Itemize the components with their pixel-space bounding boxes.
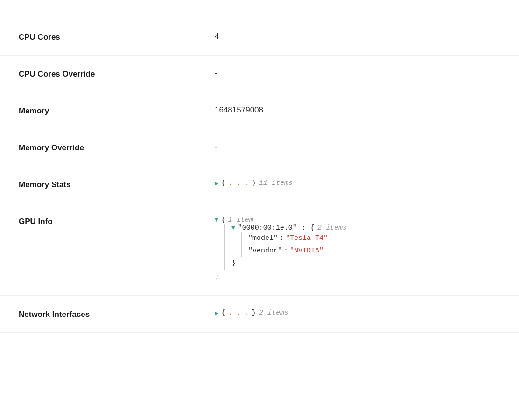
- row-memory: Memory 16481579008: [0, 92, 519, 129]
- gpu-vendor-colon: :: [284, 245, 288, 257]
- gpu-sub-close-row: }: [231, 257, 500, 270]
- row-memory-stats: Memory Stats ▶ { . . . } 11 items: [0, 166, 519, 203]
- row-gpu-info: GPU Info ▼ { 1 item ▼ "0000:00:1e.0" : {…: [0, 203, 519, 296]
- network-interfaces-toggle-icon[interactable]: ▶: [215, 309, 218, 317]
- gpu-properties: "model" : "Tesla T4" "vendor" : "NVIDIA": [241, 232, 500, 257]
- gpu-model-key: "model": [248, 232, 278, 245]
- label-memory-stats: Memory Stats: [19, 179, 215, 189]
- value-cpu-cores-override: -: [215, 69, 500, 78]
- property-list: CPU Cores 4 CPU Cores Override - Memory …: [0, 19, 519, 333]
- value-cpu-cores: 4: [215, 32, 500, 41]
- gpu-model-row: "model" : "Tesla T4": [248, 232, 500, 245]
- gpu-model-colon: :: [280, 232, 284, 245]
- value-memory: 16481579008: [215, 105, 500, 115]
- gpu-vendor-row: "vendor" : "NVIDIA": [248, 245, 500, 257]
- gpu-top-toggle-icon[interactable]: ▼: [215, 217, 218, 224]
- row-network-interfaces: Network Interfaces ▶ { . . . } 2 items: [0, 296, 519, 333]
- label-memory-override: Memory Override: [19, 142, 215, 153]
- memory-stats-toggle-icon[interactable]: ▶: [215, 180, 218, 187]
- gpu-sub-block: ▼ "0000:00:1e.0" : { 2 items "model" : "…: [224, 224, 500, 270]
- gpu-sub-close-brace: }: [231, 257, 236, 270]
- label-network-interfaces: Network Interfaces: [19, 309, 215, 319]
- value-gpu-info: ▼ { 1 item ▼ "0000:00:1e.0" : { 2 items …: [215, 216, 500, 282]
- cpu-cores-override-dash: -: [215, 69, 217, 77]
- gpu-vendor-key: "vendor": [248, 245, 282, 257]
- row-cpu-cores-override: CPU Cores Override -: [0, 56, 519, 92]
- value-memory-override: -: [215, 142, 500, 152]
- memory-override-dash: -: [215, 142, 217, 151]
- gpu-top-open-brace: {: [221, 216, 225, 224]
- value-network-interfaces: ▶ { . . . } 2 items: [215, 309, 500, 317]
- network-interfaces-collapsed: ▶ { . . . } 2 items: [215, 309, 500, 317]
- label-cpu-cores: CPU Cores: [19, 32, 215, 42]
- network-interfaces-close-brace: }: [252, 309, 256, 317]
- gpu-sub-key: "0000:00:1e.0": [238, 224, 297, 232]
- row-cpu-cores: CPU Cores 4: [0, 19, 519, 56]
- row-memory-override: Memory Override -: [0, 129, 519, 166]
- gpu-top-row: ▼ { 1 item: [215, 216, 500, 224]
- gpu-sub-open-brace: {: [310, 224, 315, 232]
- memory-stats-collapsed: ▶ { . . . } 11 items: [215, 179, 500, 187]
- gpu-vendor-value: "NVIDIA": [290, 245, 323, 257]
- memory-stats-close-brace: }: [252, 179, 256, 187]
- label-cpu-cores-override: CPU Cores Override: [19, 69, 215, 79]
- gpu-top-close-brace: }: [215, 270, 219, 282]
- cpu-cores-value: 4: [215, 32, 219, 41]
- network-interfaces-dots: . . .: [228, 309, 249, 317]
- gpu-sub-count: 2 items: [317, 224, 347, 232]
- gpu-sub-toggle-icon[interactable]: ▼: [231, 224, 235, 231]
- network-interfaces-open-brace: {: [221, 309, 225, 317]
- gpu-model-value: "Tesla T4": [286, 232, 328, 245]
- gpu-sub-colon: :: [302, 224, 306, 232]
- memory-value: 16481579008: [215, 105, 263, 114]
- gpu-top-close-row: }: [215, 270, 500, 282]
- gpu-top-count: 1 item: [228, 216, 253, 224]
- value-memory-stats: ▶ { . . . } 11 items: [215, 179, 500, 187]
- network-interfaces-count: 2 items: [259, 309, 288, 317]
- label-gpu-info: GPU Info: [19, 216, 215, 226]
- memory-stats-open-brace: {: [221, 179, 225, 187]
- memory-stats-count: 11 items: [259, 179, 293, 187]
- memory-stats-dots: . . .: [228, 179, 249, 187]
- gpu-sub-key-row: ▼ "0000:00:1e.0" : { 2 items: [231, 224, 500, 232]
- label-memory: Memory: [19, 105, 215, 116]
